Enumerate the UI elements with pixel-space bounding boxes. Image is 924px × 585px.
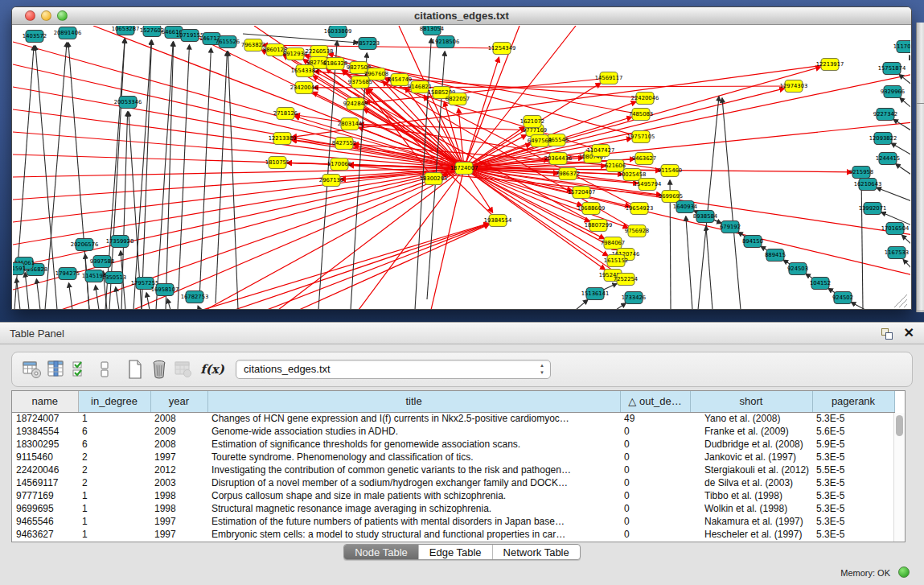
graph-node[interactable]: 924502 xyxy=(832,292,853,304)
table-cell[interactable]: Embryonic stem cells: a model to study s… xyxy=(207,528,620,541)
delete-column-icon[interactable] xyxy=(147,357,171,381)
graph-node[interactable]: 2803144 xyxy=(338,118,362,130)
table-row[interactable]: 946554611997Estimation of the future num… xyxy=(12,515,894,528)
graph-node[interactable]: 8813054 xyxy=(420,26,444,35)
table-cell[interactable]: 5.3E-5 xyxy=(812,476,894,489)
column-header-name[interactable]: name xyxy=(12,391,78,412)
table-cell[interactable]: Nakamura et al. (1997) xyxy=(690,515,812,528)
table-cell[interactable]: 5.9E-5 xyxy=(812,438,894,451)
graph-node[interactable]: 16033809 xyxy=(324,26,352,38)
graph-node[interactable]: 20053346 xyxy=(114,97,142,109)
close-window-button[interactable] xyxy=(25,10,35,21)
table-cell[interactable]: 18724007 xyxy=(12,412,78,425)
graph-node[interactable]: 22260538 xyxy=(306,46,334,58)
table-cell[interactable]: 0 xyxy=(620,489,690,502)
table-cell[interactable]: 2008 xyxy=(150,438,207,451)
graph-node[interactable]: 8186328 xyxy=(323,58,347,70)
table-row[interactable]: 911546021997Tourette syndrome. Phenomeno… xyxy=(12,451,894,463)
graph-node[interactable]: 7984067 xyxy=(601,237,625,249)
graph-node[interactable]: 1615152 xyxy=(604,255,628,267)
table-cell[interactable]: 1 xyxy=(78,515,150,528)
table-cell[interactable]: Tourette syndrome. Phenomenology and cla… xyxy=(207,451,620,463)
table-cell[interactable]: 9699695 xyxy=(12,502,78,515)
graph-node[interactable]: 8912934 xyxy=(283,48,307,60)
zoom-window-button[interactable] xyxy=(57,10,68,21)
table-cell[interactable]: Wolkin et al. (1998) xyxy=(690,502,812,515)
table-cell[interactable]: 9465546 xyxy=(12,515,78,528)
table-row[interactable]: 977716911998Corpus callosum shape and si… xyxy=(12,489,894,502)
table-cell[interactable]: Estimation of the future numbers of pati… xyxy=(207,515,620,528)
table-cell[interactable]: 2008 xyxy=(150,412,207,425)
graph-node[interactable]: 9227342 xyxy=(873,109,897,121)
graph-node[interactable]: 2718126 xyxy=(273,108,298,120)
table-cell[interactable]: Franke et al. (2009) xyxy=(690,425,812,438)
graph-node[interactable]: 1621072 xyxy=(520,116,544,128)
graph-node[interactable]: 9756928 xyxy=(625,225,649,237)
table-cell[interactable]: 0 xyxy=(620,528,690,541)
graph-node[interactable]: 1117044 xyxy=(893,41,910,53)
table-cell[interactable]: 22420046 xyxy=(12,463,78,476)
table-cell[interactable]: 0 xyxy=(620,451,690,463)
table-row[interactable]: 1938455462009Genome-wide association stu… xyxy=(12,425,894,438)
import-table-icon[interactable] xyxy=(171,357,195,381)
graph-node[interactable]: 6822057 xyxy=(446,93,470,105)
table-cell[interactable]: Changes of HCN gene expression and I(f) … xyxy=(207,412,620,425)
table-cell[interactable]: 1 xyxy=(78,489,150,502)
graph-node[interactable]: 8938584 xyxy=(693,211,717,223)
graph-node[interactable]: 10688609 xyxy=(577,203,606,215)
graph-node[interactable]: 1810755 xyxy=(265,157,290,169)
graph-node[interactable]: 9397588 xyxy=(90,256,114,268)
table-cell[interactable]: 0 xyxy=(620,476,690,489)
table-cell[interactable]: 9777169 xyxy=(12,489,78,502)
table-cell[interactable]: 5.3E-5 xyxy=(812,502,894,515)
graph-node[interactable]: 1167533 xyxy=(885,247,909,259)
close-panel-icon[interactable]: ✕ xyxy=(904,325,914,340)
graph-node[interactable]: 889415 xyxy=(765,249,786,262)
table-cell[interactable]: Stergiakouli et al. (2012) xyxy=(690,463,812,476)
graph-node[interactable]: 12213917 xyxy=(816,59,844,71)
table-row[interactable]: 1872400712008Changes of HCN gene express… xyxy=(12,412,894,425)
table-cell[interactable]: 5.3E-5 xyxy=(812,528,894,541)
graph-node[interactable]: 1733426 xyxy=(622,292,646,304)
table-cell[interactable]: 1997 xyxy=(150,528,207,541)
table-cell[interactable]: 1997 xyxy=(150,515,207,528)
column-header-year[interactable]: year xyxy=(150,391,207,412)
graph-node[interactable]: 17016504 xyxy=(881,223,910,235)
window-resize-grip[interactable] xyxy=(894,295,907,307)
graph-node[interactable]: 11254349 xyxy=(488,43,516,55)
graph-node[interactable]: 15720407 xyxy=(568,187,596,199)
graph-node[interactable]: 6497568 xyxy=(528,135,552,147)
table-cell[interactable]: Disruption of a novel member of a sodium… xyxy=(207,476,620,489)
graph-node[interactable]: 9329966 xyxy=(881,86,905,98)
table-cell[interactable]: 5.3E-5 xyxy=(812,515,894,528)
table-cell[interactable]: 19384554 xyxy=(12,425,78,438)
table-cell[interactable]: 14569117 xyxy=(12,476,78,489)
table-cell[interactable]: 0 xyxy=(620,502,690,515)
graph-node[interactable]: 1170066 xyxy=(327,159,351,171)
graph-node[interactable]: 7857223 xyxy=(355,38,380,50)
table-cell[interactable]: 5.3E-5 xyxy=(812,489,894,502)
table-cell[interactable]: 49 xyxy=(620,412,690,425)
graph-node[interactable]: 12974303 xyxy=(780,80,808,93)
row-height-icon[interactable] xyxy=(92,357,117,381)
graph-node[interactable]: 7986372 xyxy=(556,168,580,180)
graph-node[interactable]: 15751874 xyxy=(878,63,906,75)
table-cell[interactable]: Corpus callosum shape and size in male p… xyxy=(207,489,620,502)
graph-node[interactable]: 20891406 xyxy=(54,27,82,39)
new-column-icon[interactable] xyxy=(123,357,147,381)
tab-node-table[interactable]: Node Table xyxy=(344,545,418,559)
table-cell[interactable]: 2 xyxy=(78,451,150,463)
table-cell[interactable]: 6 xyxy=(78,425,150,438)
table-row[interactable]: 1830029562008Estimation of significance … xyxy=(12,438,894,451)
table-cell[interactable]: 5.3E-5 xyxy=(812,412,894,425)
table-cell[interactable]: 0 xyxy=(620,463,690,476)
table-row[interactable]: 2242004622012Investigating the contribut… xyxy=(12,463,894,476)
table-cell[interactable]: 9463627 xyxy=(12,528,78,541)
graph-node[interactable]: 19757105 xyxy=(627,131,655,143)
graph-node[interactable]: 19218506 xyxy=(432,36,460,48)
table-cell[interactable]: Dudbridge et al. (2008) xyxy=(690,438,812,451)
column-header-pagerank[interactable]: pagerank xyxy=(812,391,894,412)
column-header-out_de[interactable]: △ out_de… xyxy=(620,391,690,412)
tab-edge-table[interactable]: Edge Table xyxy=(418,545,492,559)
table-cell[interactable]: de Silva et al. (2003) xyxy=(690,476,812,489)
